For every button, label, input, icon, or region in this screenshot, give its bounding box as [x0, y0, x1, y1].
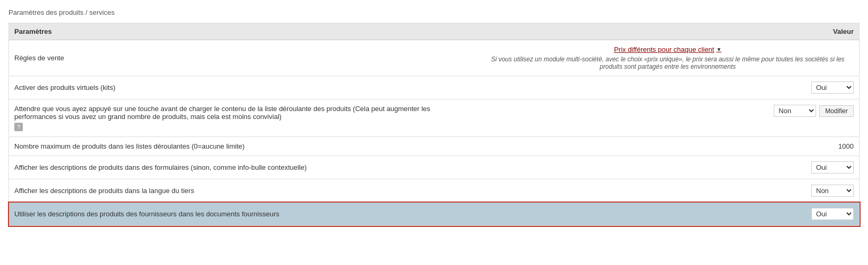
param-value: OuiNon	[476, 203, 859, 226]
value-select[interactable]: OuiNon	[811, 161, 854, 173]
table-row: Règles de ventePrix différents pour chaq…	[9, 40, 860, 76]
value-select[interactable]: OuiNon	[811, 81, 854, 94]
param-label: Activer des produits virtuels (kits)	[9, 76, 477, 99]
param-value: OuiNonModifier	[476, 99, 859, 137]
select-container: OuiNon	[482, 161, 854, 173]
table-row: Attendre que vous ayez appuyé sur une to…	[9, 99, 860, 137]
sales-rule-wrapper: Prix différents pour chaque clientSi vou…	[482, 45, 854, 70]
param-value: OuiNon	[476, 156, 859, 179]
modifier-button[interactable]: Modifier	[819, 105, 854, 117]
param-label: Utiliser les descriptions des produits d…	[9, 203, 477, 226]
table-row: Activer des produits virtuels (kits)OuiN…	[9, 76, 860, 99]
param-value: OuiNon	[476, 76, 859, 99]
select-container: OuiNon	[482, 208, 854, 220]
value-select[interactable]: OuiNon	[774, 105, 816, 117]
value-text: 1000	[838, 142, 854, 150]
value-select[interactable]: OuiNon	[811, 185, 854, 197]
select-container: OuiNon	[482, 185, 854, 197]
col-value-header: Valeur	[476, 23, 859, 40]
select-container: OuiNon	[482, 81, 854, 94]
page-title: Paramètres des produits / services	[8, 8, 860, 16]
table-row: Nombre maximum de produits dans les list…	[9, 137, 860, 156]
param-label: Afficher les descriptions de produits da…	[9, 179, 477, 203]
col-params-header: Paramètres	[9, 23, 477, 40]
sales-rule-note: Si vous utilisez un module multi-société…	[482, 56, 854, 70]
table-row: Afficher les descriptions de produits da…	[9, 179, 860, 203]
table-header: Paramètres Valeur	[9, 23, 860, 40]
table-row: Afficher les descriptions de produits da…	[9, 156, 860, 179]
settings-table: Paramètres Valeur Règles de ventePrix di…	[8, 23, 860, 226]
help-icon[interactable]: ?	[14, 123, 23, 131]
param-label-text: Attendre que vous ayez appuyé sur une to…	[14, 105, 471, 121]
param-label: Afficher les descriptions de produits da…	[9, 156, 477, 179]
sales-rule-dropdown[interactable]: Prix différents pour chaque client	[614, 45, 722, 53]
param-value: Prix différents pour chaque clientSi vou…	[476, 40, 859, 76]
param-label: Attendre que vous ayez appuyé sur une to…	[9, 99, 477, 137]
param-label: Règles de vente	[9, 40, 477, 76]
select-button-container: OuiNonModifier	[482, 105, 854, 117]
param-value: OuiNon	[476, 179, 859, 203]
value-select[interactable]: OuiNon	[811, 208, 854, 220]
param-value: 1000	[476, 137, 859, 156]
param-label: Nombre maximum de produits dans les list…	[9, 137, 477, 156]
table-row: Utiliser les descriptions des produits d…	[9, 203, 860, 226]
